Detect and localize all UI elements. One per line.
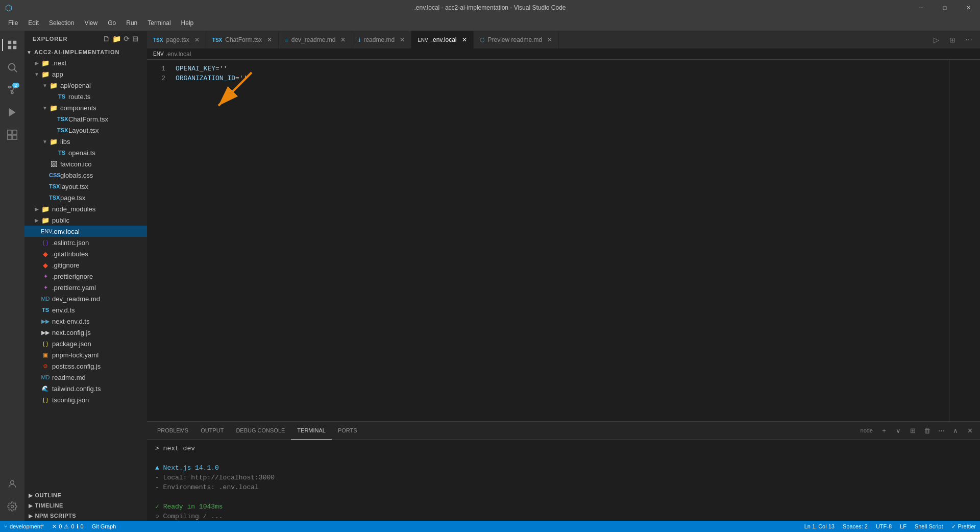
- editor-content[interactable]: 1 2 OPENAI_KEY='' ORGANIZATION_ID='': [147, 60, 980, 421]
- split-terminal-btn[interactable]: ⊞: [906, 424, 919, 437]
- menu-help[interactable]: Help: [177, 17, 198, 29]
- tree-item-gitignore[interactable]: ▶ ◆ .gitignore: [24, 259, 147, 271]
- tree-item-readme[interactable]: ▶ MD readme.md: [24, 372, 147, 383]
- tree-item-next[interactable]: ▶ 📁 .next: [24, 57, 147, 68]
- svg-marker-5: [9, 108, 16, 117]
- status-spaces[interactable]: Spaces: 2: [839, 521, 872, 532]
- tree-item-node-modules[interactable]: ▶ 📁 node_modules: [24, 203, 147, 214]
- status-position[interactable]: Ln 1, Col 13: [800, 521, 839, 532]
- tab-preview-readme[interactable]: ⬡ Preview readme.md ✕: [474, 31, 559, 49]
- tab-page-tsx-close[interactable]: ✕: [192, 35, 202, 44]
- status-encoding[interactable]: UTF-8: [872, 521, 896, 532]
- tab-preview-readme-close[interactable]: ✕: [545, 35, 554, 44]
- project-header[interactable]: ▼ ACC2-AI-IMPLEMENTATION: [24, 47, 147, 57]
- explorer-activity-icon[interactable]: [2, 35, 22, 55]
- tab-chatform-close[interactable]: ✕: [265, 35, 274, 44]
- tree-item-api-openai[interactable]: ▼ 📁 api/openai: [24, 80, 147, 91]
- status-language[interactable]: Shell Script: [911, 521, 947, 532]
- add-terminal-btn[interactable]: +: [878, 424, 890, 437]
- tree-item-gitattributes[interactable]: ▶ ◆ .gitattributes: [24, 248, 147, 259]
- settings-activity-icon[interactable]: [2, 496, 22, 517]
- terminal-content[interactable]: > next dev ▲ Next.js 14.1.0 - Local: htt…: [147, 440, 980, 521]
- minimize-button[interactable]: ─: [910, 0, 933, 15]
- close-button[interactable]: ✕: [957, 0, 980, 15]
- tab-dev-readme[interactable]: ≡ dev_readme.md ✕: [279, 31, 352, 49]
- menu-go[interactable]: Go: [104, 17, 120, 29]
- more-panel-btn[interactable]: ⋯: [935, 424, 947, 437]
- panel-tab-terminal[interactable]: TERMINAL: [291, 422, 332, 440]
- breadcrumb-path[interactable]: .env.local: [166, 51, 191, 58]
- menu-file[interactable]: File: [4, 17, 22, 29]
- tree-item-openai-ts[interactable]: ▶ TS openai.ts: [24, 147, 147, 158]
- tab-dev-readme-close[interactable]: ✕: [338, 35, 348, 44]
- menu-bar: File Edit Selection View Go Run Terminal…: [0, 15, 980, 31]
- tab-readme[interactable]: ℹ readme.md ✕: [352, 31, 411, 49]
- account-activity-icon[interactable]: [2, 474, 22, 494]
- breadcrumb-env-icon: ENV: [153, 51, 164, 57]
- tab-env-local[interactable]: ENV .env.local ✕: [411, 31, 473, 49]
- new-file-btn[interactable]: 🗋: [103, 35, 110, 43]
- status-prettier[interactable]: ✓ Prettier: [947, 521, 980, 532]
- delete-terminal-btn[interactable]: 🗑: [921, 424, 933, 437]
- split-editor-button[interactable]: ⊞: [945, 33, 960, 47]
- source-control-activity-icon[interactable]: 2: [2, 80, 22, 100]
- tree-item-layout-tsx[interactable]: ▶ TSX Layout.tsx: [24, 125, 147, 136]
- status-branch[interactable]: ⑂ development*: [0, 521, 48, 532]
- status-git-graph[interactable]: Git Graph: [88, 521, 120, 532]
- tree-item-postcss[interactable]: ▶ ⚙ postcss.config.js: [24, 360, 147, 372]
- menu-selection[interactable]: Selection: [45, 17, 78, 29]
- tree-item-libs[interactable]: ▼ 📁 libs: [24, 136, 147, 147]
- menu-edit[interactable]: Edit: [24, 17, 43, 29]
- tree-item-pnpm-lock[interactable]: ▶ ▣ pnpm-lock.yaml: [24, 349, 147, 360]
- maximize-panel-btn[interactable]: ∧: [949, 424, 962, 437]
- tree-item-components[interactable]: ▼ 📁 components: [24, 102, 147, 113]
- tab-page-tsx[interactable]: TSX page.tsx ✕: [147, 31, 206, 49]
- tree-item-layout-tsx2[interactable]: ▶ TSX layout.tsx: [24, 181, 147, 192]
- tree-item-favicon[interactable]: ▶ 🖼 favicon.ico: [24, 158, 147, 170]
- terminal-dropdown-btn[interactable]: ∨: [892, 424, 904, 437]
- tree-item-dev-readme[interactable]: ▶ MD dev_readme.md: [24, 293, 147, 304]
- panel-tab-problems[interactable]: PROBLEMS: [151, 422, 194, 440]
- run-button[interactable]: ▷: [929, 33, 943, 47]
- menu-view[interactable]: View: [80, 17, 102, 29]
- tree-item-env-d-ts[interactable]: ▶ TS env.d.ts: [24, 304, 147, 316]
- timeline-section[interactable]: ▶ TIMELINE: [24, 500, 147, 511]
- status-errors[interactable]: ✕ 0 ⚠ 0 ℹ 0: [48, 521, 87, 532]
- menu-run[interactable]: Run: [122, 17, 141, 29]
- tree-item-prettierignore[interactable]: ▶ ✦ .prettierignore: [24, 271, 147, 282]
- menu-terminal[interactable]: Terminal: [143, 17, 175, 29]
- tree-item-public[interactable]: ▶ 📁 public: [24, 214, 147, 226]
- more-actions-button[interactable]: ⋯: [962, 33, 976, 47]
- outline-section[interactable]: ▶ OUTLINE: [24, 490, 147, 500]
- tree-item-chatform[interactable]: ▶ TSX ChatForm.tsx: [24, 113, 147, 125]
- run-debug-activity-icon[interactable]: [2, 102, 22, 123]
- panel-tab-debug-console[interactable]: DEBUG CONSOLE: [230, 422, 291, 440]
- tree-item-page-tsx[interactable]: ▶ TSX page.tsx: [24, 192, 147, 203]
- code-area[interactable]: OPENAI_KEY='' ORGANIZATION_ID='': [172, 60, 949, 421]
- tree-item-app[interactable]: ▼ 📁 app: [24, 68, 147, 80]
- maximize-button[interactable]: □: [933, 0, 957, 15]
- tree-item-package-json[interactable]: ▶ { } package.json: [24, 338, 147, 349]
- status-line-ending[interactable]: LF: [896, 521, 911, 532]
- panel-tab-output[interactable]: OUTPUT: [194, 422, 230, 440]
- tab-chatform[interactable]: TSX ChatForm.tsx ✕: [206, 31, 279, 49]
- tree-item-env-local[interactable]: ▶ ENV .env.local: [24, 226, 147, 237]
- tree-item-next-env[interactable]: ▶ ▶▶ next-env.d.ts: [24, 316, 147, 327]
- new-folder-btn[interactable]: 📁: [112, 35, 121, 43]
- tree-item-eslintrc[interactable]: ▶ { } .eslintrc.json: [24, 237, 147, 248]
- tree-item-route-ts[interactable]: ▶ TS route.ts: [24, 91, 147, 102]
- tree-item-prettierrc[interactable]: ▶ ✦ .prettierrc.yaml: [24, 282, 147, 293]
- npm-scripts-section[interactable]: ▶ NPM SCRIPTS: [24, 511, 147, 521]
- tree-item-next-config[interactable]: ▶ ▶▶ next.config.js: [24, 327, 147, 338]
- tree-item-globals-css[interactable]: ▶ CSS globals.css: [24, 170, 147, 181]
- tab-env-local-close[interactable]: ✕: [460, 35, 469, 44]
- tree-item-tsconfig[interactable]: ▶ { } tsconfig.json: [24, 394, 147, 405]
- panel-tab-ports[interactable]: PORTS: [332, 422, 363, 440]
- tab-readme-close[interactable]: ✕: [398, 35, 407, 44]
- search-activity-icon[interactable]: [2, 57, 22, 78]
- tree-item-tailwind[interactable]: ▶ 🌊 tailwind.config.ts: [24, 383, 147, 394]
- refresh-btn[interactable]: ⟳: [124, 35, 130, 43]
- close-panel-btn[interactable]: ✕: [964, 424, 976, 437]
- collapse-btn[interactable]: ⊟: [132, 35, 139, 43]
- extensions-activity-icon[interactable]: [2, 125, 22, 145]
